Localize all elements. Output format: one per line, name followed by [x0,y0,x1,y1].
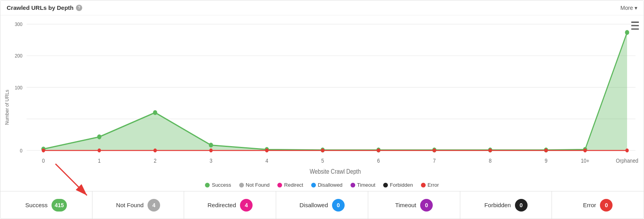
svg-point-26 [265,148,269,152]
legend-timeout[interactable]: Timeout [351,182,375,188]
card-title: Crawled URLs by Depth ? [7,4,82,11]
stats-row: Success 415 Not Found 4 Redirected 4 Dis… [0,191,644,219]
redirect-dot [277,183,282,187]
success-dot [205,183,210,187]
legend-not-found[interactable]: Not Found [239,182,270,188]
svg-text:100: 100 [15,85,22,91]
chevron-down-icon: ▾ [635,5,637,11]
stat-timeout: Timeout 0 [368,191,460,219]
svg-text:3: 3 [210,157,212,164]
svg-text:8: 8 [489,157,491,164]
y-axis-label: Number of URLs [4,19,10,180]
legend-success-label: Success [212,182,231,188]
stat-success-badge: 415 [52,199,67,212]
stat-redirected-label: Redirected [208,202,236,208]
legend-disallowed-label: Disallowed [318,182,343,188]
svg-text:0: 0 [42,157,45,164]
svg-point-24 [153,148,157,152]
svg-point-23 [98,148,101,152]
card-header: Crawled URLs by Depth ? More ▾ [0,0,644,15]
svg-point-30 [489,148,492,152]
legend-redirect-label: Redirect [284,182,303,188]
svg-point-28 [377,148,380,152]
stat-disallowed: Disallowed 0 [276,191,368,219]
svg-text:0: 0 [20,148,22,154]
svg-marker-9 [43,32,627,150]
legend-not-found-label: Not Found [246,182,270,188]
svg-point-13 [209,143,213,147]
title-text: Crawled URLs by Depth [7,4,74,11]
svg-point-29 [433,148,436,152]
crawled-urls-card: Crawled URLs by Depth ? More ▾ Number of… [0,0,644,219]
forbidden-dot [383,183,388,187]
svg-point-22 [42,148,45,152]
legend-forbidden[interactable]: Forbidden [383,182,413,188]
stat-error-label: Error [583,202,596,208]
svg-point-27 [321,148,325,152]
svg-text:300: 300 [15,22,22,28]
disallowed-dot [311,183,316,187]
svg-text:5: 5 [321,157,324,164]
more-button[interactable]: More ▾ [620,5,637,11]
svg-point-33 [626,148,629,152]
svg-text:10+: 10+ [581,157,589,164]
stat-not-found-label: Not Found [116,202,144,208]
legend-success[interactable]: Success [205,182,231,188]
svg-point-31 [544,148,548,152]
stat-not-found-badge: 4 [148,199,160,212]
stat-not-found: Not Found 4 [92,191,185,219]
stat-forbidden-label: Forbidden [484,202,511,208]
chart-area: Number of URLs 300 200 100 0 [0,15,644,180]
stat-error: Error 0 [552,191,644,219]
legend-timeout-label: Timeout [357,182,375,188]
chart-svg: 300 200 100 0 [10,19,640,180]
not-found-dot [239,183,244,187]
legend-error-label: Error [428,182,439,188]
stat-disallowed-badge: 0 [332,199,345,212]
svg-text:1: 1 [98,157,101,164]
stat-success-label: Success [25,202,48,208]
svg-text:7: 7 [433,157,436,164]
svg-text:2: 2 [154,157,157,164]
svg-point-32 [583,148,587,152]
stat-timeout-badge: 0 [420,199,433,212]
svg-text:4: 4 [266,157,268,164]
chart-inner: 300 200 100 0 [10,19,640,180]
error-dot [421,183,426,187]
help-icon[interactable]: ? [76,5,82,11]
legend-redirect[interactable]: Redirect [277,182,303,188]
svg-text:9: 9 [544,157,547,164]
timeout-dot [351,183,355,187]
stat-timeout-label: Timeout [395,202,416,208]
stat-redirected-badge: 4 [240,199,253,212]
stat-success: Success 415 [0,191,92,219]
legend-forbidden-label: Forbidden [390,182,413,188]
svg-point-12 [153,110,157,115]
stat-forbidden-badge: 0 [515,199,528,212]
legend-disallowed[interactable]: Disallowed [311,182,343,188]
svg-text:Website Crawl Depth: Website Crawl Depth [310,168,361,175]
svg-point-21 [625,30,629,35]
legend-row: Success Not Found Redirect Disallowed Ti… [0,180,644,191]
svg-text:200: 200 [15,53,22,59]
stat-disallowed-label: Disallowed [299,202,328,208]
svg-point-25 [209,148,213,152]
legend-error[interactable]: Error [421,182,439,188]
svg-point-11 [97,134,101,139]
stat-forbidden: Forbidden 0 [460,191,552,219]
stat-error-badge: 0 [600,199,613,212]
svg-text:6: 6 [377,157,380,164]
svg-text:Orphaned: Orphaned [616,157,638,164]
stat-redirected: Redirected 4 [184,191,276,219]
